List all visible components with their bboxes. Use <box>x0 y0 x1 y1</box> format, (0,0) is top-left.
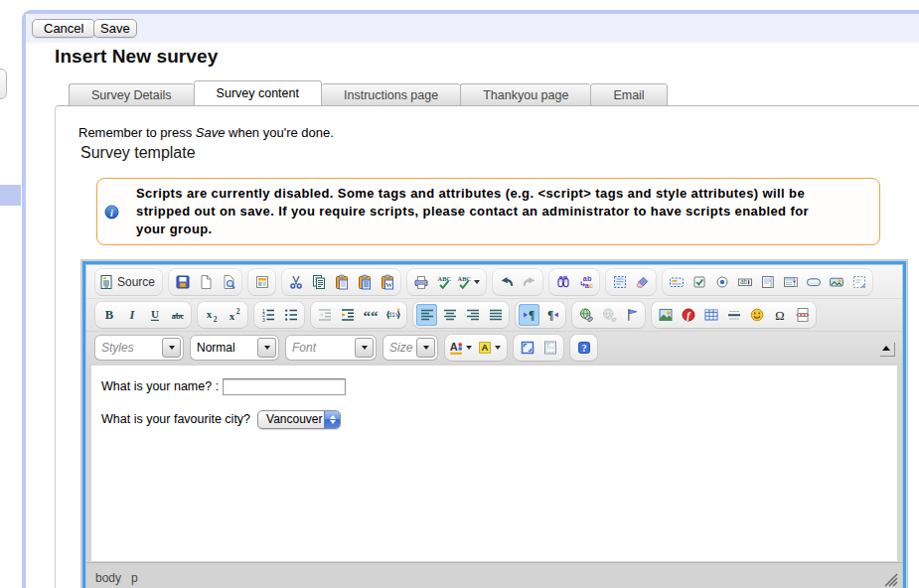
tab-instructions-page[interactable]: Instructions page <box>322 83 460 106</box>
pagebreak-icon <box>795 307 811 323</box>
form-button[interactable] <box>666 271 687 293</box>
tab-email[interactable]: Email <box>590 83 667 106</box>
strike-through-button[interactable]: abc <box>167 304 188 326</box>
cut-button[interactable] <box>285 271 306 293</box>
city-select[interactable]: Vancouver <box>257 410 341 429</box>
reminder-save-emphasis: Save <box>196 125 226 140</box>
blockquote-button[interactable]: ““ <box>360 304 381 326</box>
scayt-button[interactable]: ABC <box>456 271 483 293</box>
name-input[interactable] <box>223 378 346 395</box>
justify-button[interactable] <box>485 304 506 326</box>
horizontal-rule-button[interactable] <box>723 304 744 326</box>
about-button[interactable]: ? <box>573 337 594 359</box>
remove-format-button[interactable] <box>632 271 653 293</box>
toolbar-group: P <box>514 335 563 361</box>
radio-button-button[interactable] <box>711 271 732 293</box>
increase-indent-button[interactable] <box>337 304 358 326</box>
cancel-button[interactable]: Cancel <box>32 19 95 38</box>
find-button[interactable] <box>552 271 573 293</box>
maximize-button[interactable] <box>517 337 537 359</box>
superscript-button[interactable]: x2 <box>224 304 244 326</box>
toolbar-group <box>248 269 275 295</box>
button-button[interactable] <box>803 271 824 293</box>
copy-button[interactable] <box>308 271 329 293</box>
tab-survey-content[interactable]: Survey content <box>194 80 322 106</box>
text-color-button[interactable]: A <box>448 337 475 359</box>
special-character-button[interactable]: Ω <box>769 304 790 326</box>
checkbox-button[interactable] <box>689 271 709 293</box>
toolbar-row-3: StylesNormalFontSizeAAP? <box>86 331 902 364</box>
elements-path-item[interactable]: body <box>95 571 121 585</box>
table-button[interactable] <box>700 304 721 326</box>
paste-from-word-button[interactable]: W <box>377 271 397 293</box>
styles-combo[interactable]: Styles <box>95 336 183 360</box>
image-button-button[interactable] <box>826 271 846 293</box>
tab-survey-details[interactable]: Survey Details <box>69 83 194 106</box>
align-center-button[interactable] <box>439 304 460 326</box>
text-direction-rtl-button[interactable]: ¶ <box>541 304 562 326</box>
page-break-button[interactable] <box>792 304 813 326</box>
svg-text:i: i <box>110 207 113 218</box>
check-spelling-button[interactable]: ABC <box>433 271 454 293</box>
format-combo[interactable]: Normal <box>191 336 278 360</box>
size-combo[interactable]: Size <box>383 336 437 360</box>
subscript-button[interactable]: x2 <box>201 304 222 326</box>
underline-button[interactable]: U <box>144 304 165 326</box>
bulleted-list-button[interactable] <box>280 304 301 326</box>
size-combo-value: Size <box>383 341 416 355</box>
svg-text:3: 3 <box>261 317 264 323</box>
show-blocks-button[interactable]: P <box>539 337 560 359</box>
save-button[interactable] <box>172 271 193 293</box>
smiley-button[interactable] <box>746 304 767 326</box>
text-field-button[interactable]: ab <box>734 271 755 293</box>
select-all-button[interactable] <box>609 271 630 293</box>
save-button[interactable]: Save <box>93 19 137 38</box>
align-left-button[interactable] <box>416 304 437 326</box>
background-color-button[interactable]: A <box>477 337 504 359</box>
chevron-down-icon[interactable] <box>355 338 374 358</box>
numbered-list-button[interactable]: 123 <box>257 304 278 326</box>
align-right-button[interactable] <box>462 304 483 326</box>
justifyright-icon <box>465 307 481 323</box>
undo-button[interactable] <box>496 271 517 293</box>
selection-field-button[interactable] <box>780 271 801 293</box>
decrease-indent-button <box>314 304 335 326</box>
tab-thankyou-page[interactable]: Thankyou page <box>460 83 590 106</box>
elements-path-item[interactable]: p <box>131 571 138 585</box>
chevron-down-icon[interactable] <box>257 338 276 358</box>
toolbar-group: BIUabc <box>95 302 191 328</box>
textarea-button[interactable] <box>757 271 778 293</box>
text-direction-ltr-button[interactable]: ¶ <box>519 304 539 326</box>
paste-icon <box>334 274 350 290</box>
create-div-button[interactable]: div <box>383 304 403 326</box>
templates-button[interactable] <box>251 271 272 293</box>
info-icon: i <box>104 205 119 220</box>
paste-text-button[interactable] <box>354 271 375 293</box>
replace-button[interactable]: abac <box>575 271 596 293</box>
italic-button[interactable]: I <box>121 304 142 326</box>
textfield-icon: ab <box>737 274 753 290</box>
new-page-button[interactable] <box>195 271 216 293</box>
paste-button[interactable] <box>331 271 352 293</box>
chevron-down-icon[interactable] <box>162 338 181 358</box>
collapse-toolbar-button[interactable] <box>880 343 895 357</box>
hidden-field-button[interactable] <box>848 271 869 293</box>
textcolor-icon: A <box>448 340 464 356</box>
anchor-button[interactable] <box>621 304 642 326</box>
blockquote-icon: ““ <box>363 307 379 323</box>
chevron-down-icon[interactable] <box>416 338 435 358</box>
bold-button[interactable]: B <box>98 304 119 326</box>
link-button[interactable] <box>575 304 596 326</box>
font-combo[interactable]: Font <box>286 336 376 360</box>
sup-icon: x2 <box>227 307 242 323</box>
flash-button[interactable]: f <box>678 304 698 326</box>
preview-button[interactable] <box>218 271 238 293</box>
print-button[interactable] <box>410 271 431 293</box>
svg-text:x: x <box>229 310 234 322</box>
image-button[interactable] <box>655 304 676 326</box>
svg-text:?: ? <box>581 344 586 354</box>
source-button[interactable]: Source <box>98 271 159 293</box>
editor-content-area[interactable]: What is your name? : What is your favour… <box>91 366 897 561</box>
table-icon <box>703 307 719 323</box>
resize-grip-icon[interactable] <box>884 573 899 587</box>
